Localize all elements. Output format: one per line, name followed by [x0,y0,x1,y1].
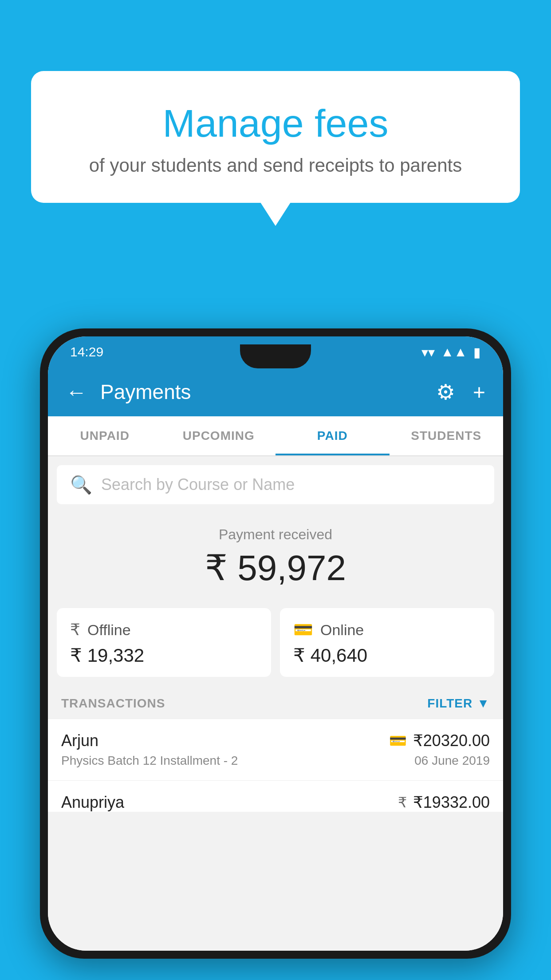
tab-paid[interactable]: PAID [276,416,390,455]
payment-received-amount: ₹ 59,972 [61,547,490,589]
online-amount: ₹ 40,640 [293,644,481,666]
transactions-label: TRANSACTIONS [61,696,165,711]
online-card-header: 💳 Online [293,620,481,639]
filter-button[interactable]: FILTER ▼ [427,696,490,711]
payment-cards: ₹ Offline ₹ 19,332 💳 Online ₹ 40,640 [48,608,503,688]
online-label: Online [320,621,364,639]
transaction-course-arjun: Physics Batch 12 Installment - 2 [61,754,238,768]
toolbar-actions: ⚙ + [436,379,485,404]
battery-icon: ▮ [473,344,481,360]
add-icon[interactable]: + [473,380,485,404]
tab-unpaid[interactable]: UNPAID [48,416,162,455]
transactions-header: TRANSACTIONS FILTER ▼ [48,688,503,719]
settings-icon[interactable]: ⚙ [436,379,455,404]
tabs-bar: UNPAID UPCOMING PAID STUDENTS [48,416,503,456]
transaction-bottom-arjun: Physics Batch 12 Installment - 2 06 June… [61,754,490,768]
speech-bubble: Manage fees of your students and send re… [31,71,520,203]
transaction-top-anupriya: Anupriya ₹ ₹19332.00 [61,793,490,812]
transaction-row-anupriya[interactable]: Anupriya ₹ ₹19332.00 [48,780,503,812]
content-area: 🔍 Search by Course or Name Payment recei… [48,456,503,951]
offline-card-header: ₹ Offline [70,620,258,639]
filter-text: FILTER [427,696,472,711]
wifi-icon: ▾▾ [421,344,435,360]
transaction-amount-wrap-anupriya: ₹ ₹19332.00 [398,793,490,812]
transaction-name-anupriya: Anupriya [61,793,124,812]
transaction-row-arjun[interactable]: Arjun 💳 ₹20320.00 Physics Batch 12 Insta… [48,719,503,780]
payment-received-label: Payment received [61,526,490,543]
transaction-method-icon-arjun: 💳 [389,732,407,749]
offline-card: ₹ Offline ₹ 19,332 [57,608,271,677]
transaction-amount-arjun: ₹20320.00 [413,731,490,750]
offline-icon: ₹ [70,620,80,639]
transaction-date-arjun: 06 June 2019 [414,754,490,768]
bubble-subtitle: of your students and send receipts to pa… [58,155,493,176]
filter-icon: ▼ [477,696,490,711]
offline-amount: ₹ 19,332 [70,644,258,666]
transaction-amount-wrap-arjun: 💳 ₹20320.00 [389,731,490,750]
transaction-amount-anupriya: ₹19332.00 [413,793,490,812]
online-card: 💳 Online ₹ 40,640 [280,608,494,677]
speech-bubble-container: Manage fees of your students and send re… [31,71,520,203]
transaction-top-arjun: Arjun 💳 ₹20320.00 [61,731,490,750]
toolbar: ← Payments ⚙ + [48,368,503,416]
tab-students[interactable]: STUDENTS [390,416,504,455]
transaction-method-icon-anupriya: ₹ [398,794,407,811]
search-placeholder: Search by Course or Name [101,475,295,494]
tab-upcoming[interactable]: UPCOMING [162,416,276,455]
search-bar[interactable]: 🔍 Search by Course or Name [57,465,494,504]
phone-device: 14:29 ▾▾ ▲▲ ▮ ← Payments ⚙ + UNPAID UPCO… [40,328,511,959]
offline-label: Offline [87,621,131,639]
payment-received-section: Payment received ₹ 59,972 [48,513,503,608]
bubble-title: Manage fees [58,102,493,145]
transaction-name-arjun: Arjun [61,731,98,750]
phone-screen: 14:29 ▾▾ ▲▲ ▮ ← Payments ⚙ + UNPAID UPCO… [48,336,503,951]
phone-notch [240,344,311,368]
signal-icon: ▲▲ [441,344,467,360]
search-icon: 🔍 [70,474,92,495]
online-icon: 💳 [293,620,313,639]
back-button[interactable]: ← [66,380,87,404]
status-icons: ▾▾ ▲▲ ▮ [421,344,481,360]
status-time: 14:29 [70,344,103,360]
toolbar-title: Payments [100,380,436,404]
